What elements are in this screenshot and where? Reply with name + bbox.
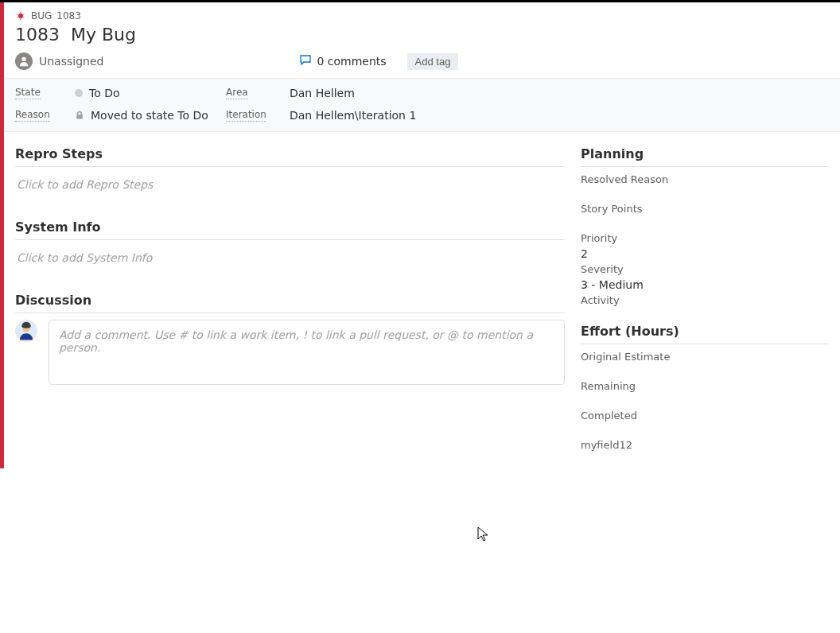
severity-value[interactable]: 3 - Medium	[581, 278, 829, 291]
avatar	[15, 320, 37, 342]
comment-icon	[299, 54, 312, 69]
severity-label: Severity	[581, 263, 829, 275]
comments-count-label: 0 comments	[317, 55, 386, 68]
mouse-cursor-icon	[477, 526, 488, 545]
story-points-label: Story Points	[581, 203, 829, 215]
discussion-row: Add a comment. Use # to link a work item…	[15, 320, 565, 385]
resolved-reason-label: Resolved Reason	[581, 173, 829, 185]
iteration-label: Iteration	[226, 109, 266, 121]
left-column: Repro Steps Click to add Repro Steps Sys…	[4, 132, 565, 468]
planning-heading: Planning	[581, 146, 829, 167]
classification-band: State To Do Area Dan Hellem Reason Moved…	[4, 78, 840, 132]
comments-button[interactable]: 0 comments	[299, 54, 386, 69]
breadcrumb[interactable]: BUG 1083	[4, 2, 840, 23]
state-value: To Do	[89, 87, 120, 99]
add-tag-button[interactable]: Add tag	[407, 53, 459, 70]
area-value: Dan Hellem	[290, 87, 355, 99]
iteration-picker[interactable]: Dan Hellem\Iteration 1	[290, 109, 829, 122]
myfield12-label: myfield12	[581, 439, 829, 451]
remaining-label: Remaining	[581, 380, 829, 392]
state-dot-icon	[75, 89, 83, 97]
work-item-form: BUG 1083 1083 My Bug Unassigned 0 commen…	[0, 2, 840, 468]
content-columns: Repro Steps Click to add Repro Steps Sys…	[4, 132, 840, 468]
svg-point-0	[18, 14, 23, 18]
state-label: State	[15, 87, 41, 99]
activity-label: Activity	[581, 294, 829, 306]
discussion-heading: Discussion	[15, 293, 565, 313]
meta-row: Unassigned 0 comments Add tag	[4, 52, 840, 78]
bug-icon	[15, 10, 26, 21]
area-label: Area	[226, 87, 248, 99]
work-item-title[interactable]: My Bug	[71, 25, 136, 45]
system-info-input[interactable]: Click to add System Info	[15, 247, 565, 269]
system-info-heading: System Info	[15, 219, 565, 240]
title-row: 1083 My Bug	[4, 23, 840, 52]
state-picker[interactable]: To Do	[75, 87, 218, 99]
breadcrumb-id: 1083	[56, 10, 81, 21]
completed-label: Completed	[581, 410, 829, 421]
iteration-value: Dan Hellem\Iteration 1	[290, 109, 416, 122]
area-picker[interactable]: Dan Hellem	[290, 87, 829, 99]
reason-label: Reason	[15, 109, 50, 121]
right-column: Planning Resolved Reason Story Points Pr…	[581, 132, 840, 468]
comment-input[interactable]: Add a comment. Use # to link a work item…	[49, 320, 565, 385]
priority-label: Priority	[581, 232, 829, 244]
reason-picker[interactable]: Moved to state To Do	[75, 109, 218, 122]
repro-steps-heading: Repro Steps	[15, 146, 565, 167]
reason-value: Moved to state To Do	[91, 109, 208, 122]
repro-steps-input[interactable]: Click to add Repro Steps	[15, 173, 565, 196]
assignee-label: Unassigned	[39, 55, 103, 68]
lock-icon	[75, 111, 84, 120]
original-estimate-label: Original Estimate	[581, 351, 829, 363]
breadcrumb-type: BUG	[31, 10, 52, 21]
person-icon	[15, 52, 33, 70]
assignee-picker[interactable]: Unassigned	[15, 52, 103, 70]
priority-value[interactable]: 2	[581, 247, 829, 260]
effort-heading: Effort (Hours)	[581, 324, 829, 344]
svg-point-1	[21, 57, 25, 61]
work-item-id: 1083	[15, 25, 60, 45]
